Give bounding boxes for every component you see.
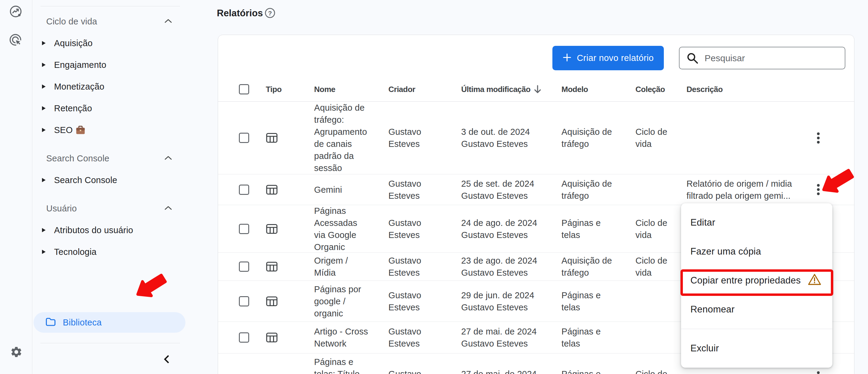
nav-item-label: Tecnologia [54, 247, 97, 257]
expand-triangle-icon[interactable] [42, 41, 45, 45]
report-creator: Gustavo Esteves [389, 174, 452, 205]
section-collapse-chevron[interactable] [164, 156, 172, 161]
report-description [686, 102, 819, 174]
report-model: Páginas e telas [561, 281, 632, 321]
column-header-descricao[interactable]: Descrição [686, 85, 723, 94]
chevron-up-icon [164, 156, 172, 160]
row-checkbox[interactable] [239, 262, 249, 272]
nav-bottom-divider [40, 343, 180, 343]
report-type-table-icon [266, 102, 278, 174]
column-header-ultima-modificacao[interactable]: Última modificação [461, 84, 542, 94]
report-name[interactable]: Páginas por google / organic [314, 281, 390, 321]
create-report-button[interactable]: Criar novo relatório [552, 46, 664, 70]
nav-item[interactable]: Tecnologia [40, 241, 180, 263]
report-model: Páginas e telas [561, 205, 632, 252]
nav-item[interactable]: Retenção [40, 97, 180, 119]
nav-section-header[interactable]: Ciclo de vida [46, 14, 180, 29]
expand-triangle-icon[interactable] [42, 178, 45, 182]
nav-item-label: Atributos do usuário [54, 225, 133, 235]
report-creator: Gustavo Esteves [389, 102, 452, 174]
nav-item-label: Search Console [54, 175, 117, 185]
sort-arrow-down-icon[interactable] [533, 84, 542, 94]
select-all-checkbox[interactable] [239, 84, 249, 94]
menu-item-label: Editar [690, 217, 715, 228]
report-type-table-icon [266, 174, 278, 205]
section-collapse-chevron[interactable] [164, 206, 172, 211]
column-header-tipo[interactable]: Tipo [266, 85, 281, 94]
expand-triangle-icon[interactable] [42, 128, 45, 132]
report-type-table-icon [266, 353, 278, 374]
expand-triangle-icon[interactable] [42, 250, 45, 254]
column-header-modelo[interactable]: Modelo [561, 85, 588, 94]
section-collapse-chevron[interactable] [164, 19, 172, 25]
report-last-modified: 27 de mai. de 2024 Gustavo Esteves [461, 353, 561, 374]
nav-item[interactable]: Monetização [40, 76, 180, 97]
row-more-options-button[interactable] [817, 370, 820, 374]
row-checkbox[interactable] [239, 296, 249, 306]
nav-item-label: SEO [54, 125, 73, 135]
nav-item[interactable]: Atributos do usuário [40, 219, 180, 241]
report-type-table-icon [266, 205, 278, 252]
nav-item-label: Aquisição [54, 38, 93, 48]
sidebar-item-library[interactable]: Biblioteca [33, 312, 185, 333]
report-name[interactable]: Páginas e telas: Título [314, 353, 390, 374]
search-input[interactable] [705, 53, 837, 63]
row-checkbox[interactable] [239, 133, 249, 143]
menu-item-label: Copiar entre propriedades [690, 275, 801, 286]
chevron-left-icon [163, 355, 170, 364]
nav-item[interactable]: Engajamento [40, 54, 180, 76]
reports-icon[interactable] [9, 4, 23, 19]
menu-item-renomear[interactable]: Renomear [681, 295, 832, 324]
nav-item[interactable]: Aquisição [40, 32, 180, 54]
menu-item-excluir[interactable]: Excluir [681, 334, 832, 363]
row-more-options-button[interactable] [817, 132, 820, 144]
menu-item-label: Fazer uma cópia [690, 246, 761, 257]
report-last-modified: 25 de set. de 2024 Gustavo Esteves [461, 174, 561, 205]
expand-triangle-icon[interactable] [42, 84, 45, 89]
report-name[interactable]: Páginas Acessadas via Google Organic [314, 205, 390, 252]
report-name[interactable]: Aquisição de tráfego: Agrupamento de can… [314, 102, 390, 174]
row-checkbox[interactable] [239, 184, 249, 195]
expand-triangle-icon[interactable] [42, 228, 45, 232]
report-name[interactable]: Artigo - Cross Network [314, 322, 390, 353]
report-name[interactable]: Origem / Mídia [314, 253, 390, 280]
help-icon[interactable]: ? [265, 7, 275, 19]
nav-item[interactable]: SEO [40, 119, 180, 141]
row-checkbox[interactable] [239, 224, 249, 234]
report-last-modified: 24 de ago. de 2024 Gustavo Esteves [461, 205, 561, 252]
column-header-colecao[interactable]: Coleção [636, 85, 665, 94]
row-more-options-button[interactable] [817, 183, 820, 196]
menu-item-label: Excluir [690, 343, 719, 354]
settings-gear-icon[interactable] [10, 346, 23, 358]
nav-section-header[interactable]: Search Console [46, 151, 180, 166]
ga4-library-page: Ciclo de vidaAquisiçãoEngajamentoMonetiz… [0, 0, 868, 374]
report-last-modified: 29 de jun. de 2024 Gustavo Esteves [461, 281, 561, 321]
menu-item-editar[interactable]: Editar [681, 208, 832, 237]
report-type-table-icon [266, 281, 278, 321]
report-type-table-icon [266, 322, 278, 353]
report-collection: Ciclo de vida [636, 353, 687, 374]
report-collection: Ciclo de vida [636, 253, 687, 280]
expand-triangle-icon[interactable] [42, 63, 45, 67]
report-type-table-icon [266, 253, 278, 280]
report-model: Aquisição de tráfego [561, 174, 632, 205]
report-name[interactable]: Gemini [314, 174, 390, 205]
report-creator: Gustavo Esteves [389, 353, 452, 374]
menu-item-fazer-uma-c-pia[interactable]: Fazer uma cópia [681, 237, 832, 266]
expand-triangle-icon[interactable] [42, 106, 45, 110]
nav-item[interactable]: Search Console [40, 169, 180, 191]
nav-section-title: Usuário [46, 204, 77, 213]
nav-section-header[interactable]: Usuário [46, 201, 180, 216]
table-row[interactable]: Aquisição de tráfego: Agrupamento de can… [218, 102, 854, 174]
collapse-nav-button[interactable] [162, 353, 171, 365]
table-row[interactable]: Gemini Gustavo Esteves 25 de set. de 202… [218, 174, 854, 205]
row-checkbox[interactable] [239, 332, 249, 343]
column-header-criador[interactable]: Criador [389, 85, 415, 94]
report-creator: Gustavo Esteves [389, 322, 452, 353]
menu-item-copiar-entre-propriedades[interactable]: Copiar entre propriedades [681, 266, 832, 295]
nav-top-divider [40, 6, 180, 6]
plus-icon [562, 53, 572, 63]
explore-icon[interactable] [9, 33, 23, 47]
report-collection [636, 174, 687, 205]
column-header-nome[interactable]: Nome [314, 85, 335, 94]
